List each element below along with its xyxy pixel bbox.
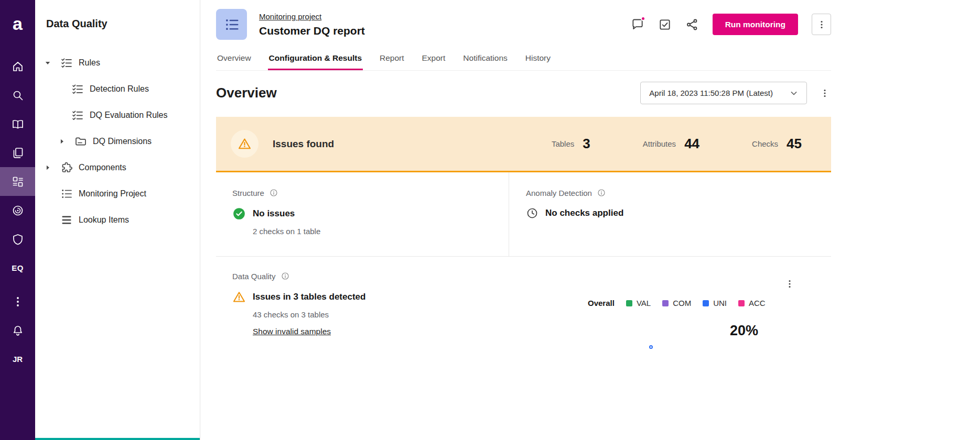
sidebar-item-lookup-items[interactable]: Lookup Items <box>35 207 200 233</box>
bottom-teal-bar <box>35 438 200 440</box>
warning-circle <box>231 130 259 158</box>
structure-detail: 2 checks on 1 table <box>253 227 509 236</box>
legend-label: ACC <box>749 299 766 307</box>
chevron-down-icon <box>789 88 799 98</box>
header-kebab-button[interactable] <box>812 14 831 35</box>
checklist-icon <box>60 57 73 69</box>
sidebar-item-label: Lookup Items <box>79 215 129 225</box>
ataccama-logo[interactable]: a <box>0 0 35 47</box>
sidebar-item-dq-evaluation-rules[interactable]: DQ Evaluation Rules <box>35 102 200 128</box>
sidebar-item-label: Detection Rules <box>90 84 149 94</box>
tab-notifications[interactable]: Notifications <box>462 53 508 70</box>
sidebar-item-label: DQ Evaluation Rules <box>90 111 168 120</box>
legend-label: UNI <box>713 299 727 307</box>
anomaly-label: Anomaly Detection <box>526 189 592 197</box>
search-icon[interactable] <box>0 81 35 109</box>
eq-icon[interactable]: EQ <box>0 254 35 282</box>
tab-bar: Overview Configuration & Results Report … <box>216 53 831 71</box>
data-quality-module-icon[interactable] <box>0 167 35 196</box>
tab-report[interactable]: Report <box>379 53 405 70</box>
list-icon <box>60 188 73 200</box>
checklist-icon <box>71 83 84 95</box>
data-quality-label: Data Quality <box>232 272 276 281</box>
legend-item-uni[interactable]: UNI <box>703 299 727 307</box>
sidebar-item-label: Monitoring Project <box>79 189 146 199</box>
app-rail: a EQ JR <box>0 0 35 440</box>
structure-card: Structure No issues 2 checks on 1 table <box>216 172 509 256</box>
data-quality-status: Issues in 3 tables detected <box>253 292 365 302</box>
shield-icon[interactable] <box>0 225 35 254</box>
caret-right-icon <box>57 136 67 147</box>
checklist-icon <box>71 109 84 122</box>
monitoring-project-tile-icon <box>216 9 247 40</box>
overview-kebab-icon[interactable] <box>819 87 831 100</box>
gauge-icon[interactable] <box>0 196 35 225</box>
stat-checks: Checks 45 <box>752 136 802 152</box>
anomaly-detection-card: Anomaly Detection No checks applied <box>509 172 831 256</box>
page-title: Customer DQ report <box>259 25 365 37</box>
info-icon[interactable] <box>597 188 606 197</box>
date-version-select[interactable]: April 18, 2023 11:50:28 PM (Latest) <box>640 82 807 104</box>
issues-banner: Issues found Tables 3 Attributes 44 Chec… <box>216 117 831 172</box>
dq-legend: Overall VAL COM UNI ACC <box>588 299 766 307</box>
stat-label: Checks <box>752 139 778 148</box>
user-avatar[interactable]: JR <box>0 345 35 373</box>
data-quality-card: Data Quality Issues in 3 tables detected… <box>216 257 831 420</box>
folder-icon <box>74 135 87 148</box>
legend-label: COM <box>673 299 691 307</box>
data-quality-detail: 43 checks on 3 tables <box>253 310 831 319</box>
sidebar-item-label: Components <box>79 163 126 172</box>
structure-status: No issues <box>253 208 295 219</box>
tab-history[interactable]: History <box>524 53 552 70</box>
warning-icon <box>232 290 246 304</box>
stat-label: Attributes <box>643 139 676 148</box>
more-icon[interactable] <box>0 287 35 316</box>
stat-value: 44 <box>684 136 699 152</box>
banner-stats: Tables 3 Attributes 44 Checks 45 <box>552 136 802 152</box>
stat-tables: Tables 3 <box>552 136 590 152</box>
home-icon[interactable] <box>0 52 35 81</box>
sidebar-item-components[interactable]: Components <box>35 155 200 181</box>
book-icon[interactable] <box>0 109 35 138</box>
bell-icon[interactable] <box>0 316 35 345</box>
tasks-checkbox-icon[interactable] <box>658 18 672 31</box>
tab-export[interactable]: Export <box>421 53 447 70</box>
legend-overall-label: Overall <box>588 299 615 307</box>
main-area: Monitoring project Customer DQ report Ru… <box>200 0 980 440</box>
breadcrumb[interactable]: Monitoring project <box>259 12 321 21</box>
page-header: Monitoring project Customer DQ report Ru… <box>216 0 831 40</box>
legend-item-acc[interactable]: ACC <box>738 299 766 307</box>
legend-item-com[interactable]: COM <box>662 299 691 307</box>
show-invalid-samples-link[interactable]: Show invalid samples <box>253 327 331 336</box>
info-icon[interactable] <box>269 188 278 197</box>
stat-value: 45 <box>787 136 802 152</box>
puzzle-icon <box>60 161 73 174</box>
legend-label: VAL <box>637 299 651 307</box>
sidebar-item-dq-dimensions[interactable]: DQ Dimensions <box>35 128 200 155</box>
sidebar-item-rules[interactable]: Rules <box>35 50 200 76</box>
tab-configuration-results[interactable]: Configuration & Results <box>268 53 363 70</box>
comments-icon[interactable] <box>631 18 644 31</box>
copy-icon[interactable] <box>0 138 35 167</box>
tab-overview[interactable]: Overview <box>216 53 252 70</box>
anomaly-status: No checks applied <box>545 208 623 218</box>
info-icon[interactable] <box>281 271 290 281</box>
summary-cards-row: Structure No issues 2 checks on 1 table <box>216 172 831 257</box>
sidebar-item-label: DQ Dimensions <box>93 137 152 146</box>
legend-swatch <box>662 300 669 306</box>
run-monitoring-button[interactable]: Run monitoring <box>713 14 798 35</box>
legend-swatch <box>626 300 632 306</box>
legend-swatch <box>738 300 745 306</box>
data-quality-kebab-icon[interactable] <box>783 278 796 290</box>
share-icon[interactable] <box>685 18 699 31</box>
caret-down-icon <box>42 58 53 68</box>
sidebar-item-label: Rules <box>79 58 100 68</box>
stat-attributes: Attributes 44 <box>643 136 699 152</box>
sidebar-item-monitoring-project[interactable]: Monitoring Project <box>35 181 200 207</box>
sidebar-tree: Rules Detection Rules DQ Evaluation Rule… <box>35 50 200 233</box>
sidebar-item-detection-rules[interactable]: Detection Rules <box>35 76 200 102</box>
legend-item-val[interactable]: VAL <box>626 299 651 307</box>
notification-dot <box>641 16 645 21</box>
overall-percent: 20% <box>730 323 758 339</box>
stat-label: Tables <box>552 139 574 148</box>
